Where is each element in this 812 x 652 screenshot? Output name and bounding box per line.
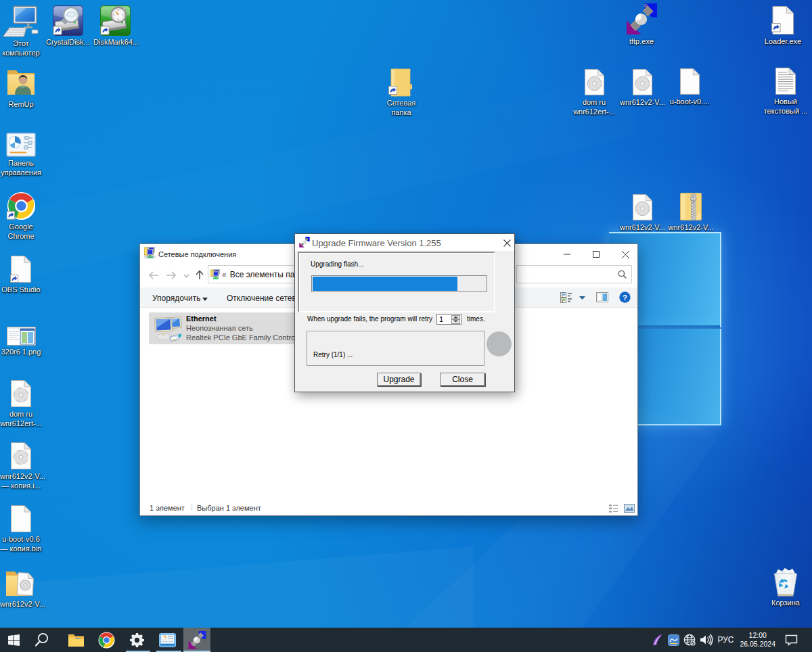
svg-text:?: ? [623, 294, 627, 302]
